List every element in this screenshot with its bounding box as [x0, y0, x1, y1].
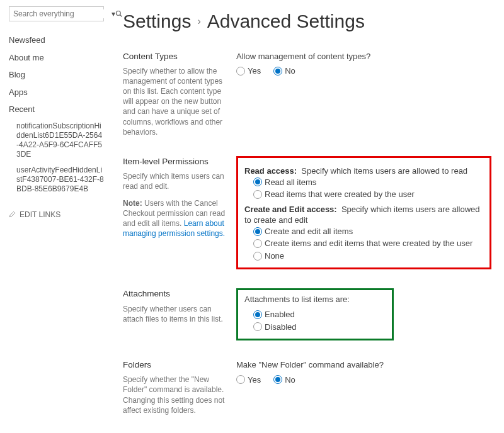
section-desc: Specify whether to allow the management … [123, 66, 229, 137]
ce-none-radio[interactable] [253, 252, 262, 261]
page-title: Advanced Settings [207, 9, 365, 35]
permissions-box: Read access: Specify which items users a… [236, 156, 491, 269]
section-title: Item-level Permissions [123, 156, 229, 167]
fold-yes-radio[interactable] [236, 375, 245, 384]
nav-recent[interactable]: Recent [9, 101, 104, 118]
ct-yes-label: Yes [248, 65, 261, 77]
att-disabled-label: Disabled [265, 322, 297, 333]
search-box: ▾ [9, 6, 104, 21]
read-own-radio[interactable] [253, 190, 262, 199]
nav-newsfeed[interactable]: Newsfeed [9, 31, 104, 49]
ce-all-radio[interactable] [253, 227, 262, 236]
nav-apps[interactable]: Apps [9, 84, 104, 101]
read-access-heading: Read access: Specify which items users a… [244, 166, 483, 177]
section-desc: Specify whether users can attach files t… [123, 304, 229, 324]
search-input[interactable] [9, 9, 112, 18]
read-all-label: Read all items [265, 177, 316, 188]
ce-own-label: Create items and edit items that were cr… [265, 238, 472, 249]
section-title: Attachments [123, 288, 229, 300]
sidebar: ▾ Newsfeed About me Blog Apps Recent not… [0, 0, 110, 433]
fold-question: Make "New Folder" command available? [236, 359, 491, 371]
fold-no-radio[interactable] [273, 375, 282, 384]
read-all-radio[interactable] [253, 177, 262, 186]
section-desc: Specify whether the "New Folder" command… [123, 374, 229, 415]
att-enabled-radio[interactable] [253, 310, 262, 319]
att-question: Attachments to list items are: [244, 294, 386, 305]
section-note: Note: Users with the Cancel Checkout per… [123, 198, 229, 239]
ct-no-radio[interactable] [273, 67, 282, 76]
ct-yes-radio[interactable] [236, 67, 245, 76]
section-attachments: Attachments Specify whether users can at… [123, 288, 491, 340]
nav-list: Newsfeed About me Blog Apps Recent notif… [9, 31, 104, 197]
section-desc: Specify which items users can read and e… [123, 171, 229, 191]
att-disabled-radio[interactable] [253, 322, 262, 331]
nav-recent-item[interactable]: userActivityFeedHiddenListF4387007-BE61-… [9, 162, 104, 197]
breadcrumb: Settings › Advanced Settings [123, 9, 491, 35]
section-title: Content Types [123, 51, 229, 62]
edit-links[interactable]: EDIT LINKS [9, 210, 104, 220]
ce-all-label: Create and edit all items [265, 226, 353, 237]
section-folders: Folders Specify whether the "New Folder"… [123, 359, 491, 415]
nav-about[interactable]: About me [9, 49, 104, 67]
nav-blog[interactable]: Blog [9, 66, 104, 84]
section-content-types: Content Types Specify whether to allow t… [123, 51, 491, 138]
chevron-right-icon: › [197, 14, 200, 28]
ce-none-label: None [265, 250, 284, 262]
pencil-icon [9, 211, 16, 218]
ct-question: Allow management of content types? [236, 51, 491, 62]
fold-no-label: No [285, 374, 295, 386]
main-content: Settings › Advanced Settings Content Typ… [110, 0, 504, 433]
fold-yes-label: Yes [248, 374, 261, 386]
section-title: Folders [123, 359, 229, 371]
read-own-label: Read items that were created by the user [265, 189, 415, 200]
att-enabled-label: Enabled [265, 309, 295, 320]
nav-recent-item[interactable]: notificationSubscriptionHiddenList6D1E55… [9, 118, 104, 162]
ct-no-label: No [285, 65, 295, 77]
edit-links-label: EDIT LINKS [20, 210, 60, 220]
ce-own-radio[interactable] [253, 239, 262, 248]
attachments-box: Attachments to list items are: Enabled D… [236, 288, 394, 340]
create-edit-heading: Create and Edit access: Specify which it… [244, 204, 483, 226]
section-item-permissions: Item-level Permissions Specify which ite… [123, 156, 491, 269]
breadcrumb-root[interactable]: Settings [123, 9, 191, 35]
